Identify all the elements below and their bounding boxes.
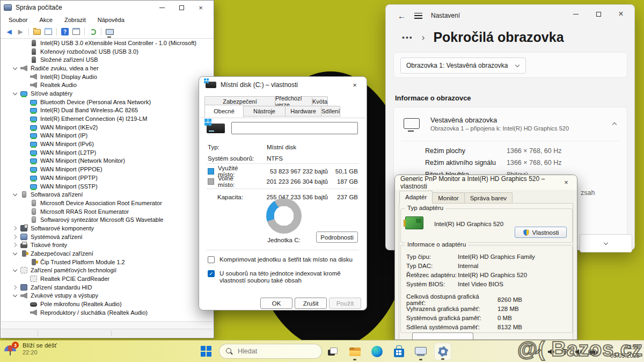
tab[interactable]: Správa barev: [464, 192, 513, 204]
tree-item[interactable]: Reproduktory / sluchátka (Realtek Audio): [1, 308, 213, 317]
title-bar[interactable]: Místní disk (C:) – vlastnosti ×: [199, 77, 367, 93]
display-info-header[interactable]: Vestavěná obrazovka Obrazovka 1 – připoj…: [394, 107, 627, 140]
partially-hidden-button[interactable]: [412, 332, 473, 340]
apply-button[interactable]: Použít: [329, 298, 361, 309]
details-button[interactable]: Podrobnosti: [316, 231, 358, 243]
taskbar-app-icon[interactable]: [390, 343, 407, 360]
expand-chevron-icon[interactable]: [12, 234, 18, 240]
title-bar[interactable]: Správa počítače ×: [1, 1, 214, 15]
close-button[interactable]: ×: [610, 6, 632, 22]
expand-chevron-icon[interactable]: [12, 250, 18, 257]
folder-icon[interactable]: [33, 27, 41, 36]
window-panes-icon[interactable]: [72, 27, 80, 36]
monitor-icon[interactable]: [105, 27, 114, 36]
tree-item[interactable]: Řadiče zvuku, videa a her: [1, 64, 213, 73]
compress-checkbox[interactable]: [208, 256, 215, 263]
minimize-button[interactable]: [152, 1, 172, 14]
taskbar-app-icon[interactable]: [324, 343, 341, 360]
tree-item[interactable]: WAN Miniport (L2TP): [1, 148, 213, 157]
weather-widget[interactable]: 3 Blíží se déšť 22:20: [4, 342, 57, 356]
tree-item[interactable]: Čip Trusted Platform Module 1.2: [1, 258, 213, 266]
tree-item[interactable]: Zařízení paměťových technologií: [1, 266, 213, 275]
tree-item[interactable]: WAN Miniport (PPTP): [1, 173, 213, 182]
tree-item[interactable]: Microsoft Device Association Root Enumer…: [1, 199, 213, 207]
tab[interactable]: Nástroje: [243, 106, 286, 117]
tree-item[interactable]: Intel(R) USB 3.0 eXtensible Host Control…: [1, 39, 213, 47]
tree-item[interactable]: Microsoft RRAS Root Enumerator: [1, 207, 213, 216]
tree-item[interactable]: WAN Miniport (IKEv2): [1, 123, 213, 132]
chevron-up-icon[interactable]: [612, 121, 617, 126]
expand-chevron-icon[interactable]: [12, 225, 18, 231]
menu-item[interactable]: Nápověda: [92, 15, 130, 25]
taskbar-app-icon[interactable]: [434, 343, 451, 360]
tree-item[interactable]: Softwarová zařízení: [1, 190, 213, 199]
tree-item[interactable]: Síťové adaptéry: [1, 89, 213, 98]
tab[interactable]: Sdílení: [321, 106, 340, 117]
tree-item[interactable]: Bluetooth Device (Personal Area Network): [1, 98, 213, 106]
adapter-properties-button[interactable]: Vlastnosti: [515, 227, 567, 238]
close-icon[interactable]: ×: [345, 78, 364, 91]
tree-item[interactable]: Intel(R) Ethernet Connection (4) I219-LM: [1, 114, 213, 123]
maximize-button[interactable]: [172, 1, 191, 14]
tree-item[interactable]: WAN Miniport (Network Monitor): [1, 157, 213, 165]
expand-chevron-icon[interactable]: [12, 90, 18, 97]
close-button[interactable]: ×: [191, 1, 210, 14]
refresh-icon[interactable]: [89, 27, 97, 36]
close-icon[interactable]: ×: [557, 176, 576, 189]
display-selector-dropdown[interactable]: Obrazovka 1: Vestavěná obrazovka: [400, 57, 526, 74]
tree-item[interactable]: Realtek PCIE CardReader: [1, 274, 213, 283]
tab[interactable]: Kvóta: [312, 96, 328, 107]
menu-item[interactable]: Akce: [33, 15, 58, 25]
search-box[interactable]: [219, 344, 322, 359]
expand-chevron-icon[interactable]: [12, 242, 18, 248]
back-icon[interactable]: ◀: [5, 27, 13, 36]
tree-item[interactable]: WAN Miniport (IPv6): [1, 140, 213, 148]
index-checkbox[interactable]: [208, 270, 215, 277]
menu-item[interactable]: Zobrazit: [58, 15, 92, 25]
search-input[interactable]: [238, 347, 302, 355]
tree-item[interactable]: Realtek Audio: [1, 81, 213, 89]
tree-item[interactable]: Pole mikrofonu (Realtek Audio): [1, 300, 213, 308]
start-button[interactable]: [201, 346, 211, 357]
help-icon[interactable]: ?: [61, 27, 69, 36]
tree-item[interactable]: Systémová zařízení: [1, 233, 213, 241]
expand-chevron-icon[interactable]: [12, 292, 18, 299]
breadcrumb-overflow[interactable]: •••: [402, 33, 413, 42]
partially-hidden-dropdown[interactable]: [580, 234, 632, 252]
taskbar-app-icon[interactable]: [412, 343, 429, 360]
tree-item[interactable]: Tiskové fronty: [1, 241, 213, 250]
tab[interactable]: Hardware: [285, 106, 321, 117]
expand-chevron-icon[interactable]: [12, 267, 18, 273]
tree-item[interactable]: Softwarový syntezátor Microsoft GS Wavet…: [1, 215, 213, 224]
tab[interactable]: Adaptér: [399, 191, 433, 204]
tree-item[interactable]: Zvukové vstupy a výstupy: [1, 292, 213, 300]
volume-label-input[interactable]: [231, 122, 358, 134]
title-bar[interactable]: Generic PnP Monitor a Intel(R) HD Graphi…: [395, 175, 577, 190]
expand-chevron-icon[interactable]: [12, 191, 18, 198]
expand-chevron-icon[interactable]: [12, 284, 18, 291]
tree-item[interactable]: WAN Miniport (IP): [1, 132, 213, 140]
tree-item[interactable]: Intel(R) Dual Band Wireless-AC 8265: [1, 106, 213, 115]
hamburger-menu-icon[interactable]: [414, 13, 422, 19]
taskbar-app-icon[interactable]: [346, 343, 363, 360]
tree-item[interactable]: Složené zařízení USB: [1, 55, 213, 64]
tree-item[interactable]: Kořenový rozbočovač USB (USB 3.0): [1, 47, 213, 56]
horizontal-scrollbar[interactable]: [1, 321, 213, 329]
tab[interactable]: Obecné: [204, 105, 244, 118]
taskbar-app-icon[interactable]: [368, 343, 385, 360]
minimize-button[interactable]: [565, 6, 587, 22]
tree-item[interactable]: WAN Miniport (PPPOE): [1, 165, 213, 173]
tab[interactable]: Předchozí verze: [275, 96, 312, 107]
tree-item[interactable]: Zařízení standardu HID: [1, 283, 213, 292]
back-arrow-icon[interactable]: ←: [398, 11, 406, 20]
ok-button[interactable]: OK: [260, 298, 292, 309]
tree-item[interactable]: Softwarové komponenty: [1, 224, 213, 233]
tree-item[interactable]: Intel(R) Display Audio: [1, 73, 213, 81]
tab[interactable]: Monitor: [432, 192, 464, 204]
expand-chevron-icon[interactable]: [12, 65, 18, 71]
list-view-icon[interactable]: [44, 27, 53, 36]
menu-item[interactable]: Soubor: [3, 15, 33, 25]
maximize-button[interactable]: [587, 6, 610, 22]
tree-item[interactable]: Zabezpečovací zařízení: [1, 249, 213, 258]
tree-item[interactable]: WAN Miniport (SSTP): [1, 182, 213, 191]
